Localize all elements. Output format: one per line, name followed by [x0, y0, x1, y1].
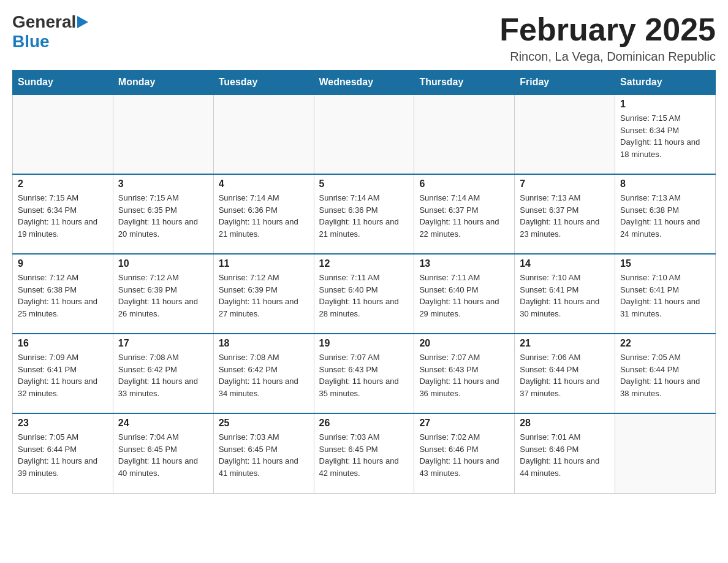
calendar-cell-1-2: 4Sunrise: 7:14 AMSunset: 6:36 PMDaylight…: [213, 174, 314, 254]
day-info: Sunrise: 7:13 AMSunset: 6:38 PMDaylight:…: [620, 192, 710, 240]
title-section: February 2025 Rincon, La Vega, Dominican…: [499, 12, 716, 64]
calendar-cell-3-3: 19Sunrise: 7:07 AMSunset: 6:43 PMDayligh…: [314, 334, 414, 413]
day-number: 9: [18, 258, 108, 269]
calendar-cell-1-0: 2Sunrise: 7:15 AMSunset: 6:34 PMDaylight…: [13, 174, 113, 254]
day-info: Sunrise: 7:14 AMSunset: 6:36 PMDaylight:…: [219, 192, 309, 240]
calendar-cell-2-2: 11Sunrise: 7:12 AMSunset: 6:39 PMDayligh…: [213, 254, 314, 334]
calendar-cell-0-2: [213, 94, 314, 174]
header-friday: Friday: [515, 71, 615, 95]
day-info: Sunrise: 7:01 AMSunset: 6:46 PMDaylight:…: [520, 431, 610, 479]
header-wednesday: Wednesday: [314, 71, 414, 95]
header-thursday: Thursday: [414, 71, 515, 95]
header-saturday: Saturday: [615, 71, 716, 95]
calendar-cell-0-1: [113, 94, 213, 174]
day-info: Sunrise: 7:03 AMSunset: 6:45 PMDaylight:…: [219, 431, 309, 479]
day-number: 22: [620, 338, 710, 349]
logo-arrow-icon: [77, 16, 88, 28]
calendar-cell-2-5: 14Sunrise: 7:10 AMSunset: 6:41 PMDayligh…: [515, 254, 615, 334]
day-number: 7: [520, 178, 610, 190]
week-row-2: 2Sunrise: 7:15 AMSunset: 6:34 PMDaylight…: [13, 174, 716, 254]
day-number: 12: [319, 258, 409, 269]
calendar-cell-4-1: 24Sunrise: 7:04 AMSunset: 6:45 PMDayligh…: [113, 413, 213, 493]
day-number: 19: [319, 338, 409, 349]
calendar-cell-1-6: 8Sunrise: 7:13 AMSunset: 6:38 PMDaylight…: [615, 174, 716, 254]
calendar-header: SundayMondayTuesdayWednesdayThursdayFrid…: [13, 71, 716, 95]
day-number: 4: [219, 178, 309, 190]
page-header: General Blue February 2025 Rincon, La Ve…: [12, 12, 716, 64]
calendar-cell-3-0: 16Sunrise: 7:09 AMSunset: 6:41 PMDayligh…: [13, 334, 113, 413]
day-info: Sunrise: 7:10 AMSunset: 6:41 PMDaylight:…: [520, 272, 610, 320]
day-number: 11: [219, 258, 309, 269]
day-info: Sunrise: 7:12 AMSunset: 6:39 PMDaylight:…: [118, 272, 208, 320]
day-info: Sunrise: 7:15 AMSunset: 6:34 PMDaylight:…: [620, 112, 710, 160]
calendar-cell-0-6: 1Sunrise: 7:15 AMSunset: 6:34 PMDaylight…: [615, 94, 716, 174]
calendar-cell-2-3: 12Sunrise: 7:11 AMSunset: 6:40 PMDayligh…: [314, 254, 414, 334]
week-row-4: 16Sunrise: 7:09 AMSunset: 6:41 PMDayligh…: [13, 334, 716, 413]
calendar-table: SundayMondayTuesdayWednesdayThursdayFrid…: [12, 70, 716, 494]
calendar-cell-3-1: 17Sunrise: 7:08 AMSunset: 6:42 PMDayligh…: [113, 334, 213, 413]
subtitle: Rincon, La Vega, Dominican Republic: [499, 50, 716, 64]
day-info: Sunrise: 7:08 AMSunset: 6:42 PMDaylight:…: [219, 351, 309, 399]
header-tuesday: Tuesday: [213, 71, 314, 95]
calendar-cell-3-2: 18Sunrise: 7:08 AMSunset: 6:42 PMDayligh…: [213, 334, 314, 413]
logo-blue-text: Blue: [12, 32, 50, 52]
week-row-1: 1Sunrise: 7:15 AMSunset: 6:34 PMDaylight…: [13, 94, 716, 174]
calendar-cell-4-6: [615, 413, 716, 493]
day-number: 27: [419, 418, 509, 429]
day-number: 6: [419, 178, 509, 190]
day-info: Sunrise: 7:11 AMSunset: 6:40 PMDaylight:…: [419, 272, 509, 320]
day-info: Sunrise: 7:12 AMSunset: 6:38 PMDaylight:…: [18, 272, 108, 320]
logo-general-text: General: [12, 12, 76, 32]
day-number: 15: [620, 258, 710, 269]
day-info: Sunrise: 7:05 AMSunset: 6:44 PMDaylight:…: [620, 351, 710, 399]
day-info: Sunrise: 7:14 AMSunset: 6:36 PMDaylight:…: [319, 192, 409, 240]
calendar-cell-0-0: [13, 94, 113, 174]
day-info: Sunrise: 7:13 AMSunset: 6:37 PMDaylight:…: [520, 192, 610, 240]
calendar-cell-2-1: 10Sunrise: 7:12 AMSunset: 6:39 PMDayligh…: [113, 254, 213, 334]
calendar-cell-0-5: [515, 94, 615, 174]
calendar-cell-3-6: 22Sunrise: 7:05 AMSunset: 6:44 PMDayligh…: [615, 334, 716, 413]
calendar-cell-4-4: 27Sunrise: 7:02 AMSunset: 6:46 PMDayligh…: [414, 413, 515, 493]
calendar-cell-2-6: 15Sunrise: 7:10 AMSunset: 6:41 PMDayligh…: [615, 254, 716, 334]
day-number: 16: [18, 338, 108, 349]
calendar-body: 1Sunrise: 7:15 AMSunset: 6:34 PMDaylight…: [13, 94, 716, 493]
week-row-5: 23Sunrise: 7:05 AMSunset: 6:44 PMDayligh…: [13, 413, 716, 493]
day-info: Sunrise: 7:09 AMSunset: 6:41 PMDaylight:…: [18, 351, 108, 399]
calendar-cell-1-5: 7Sunrise: 7:13 AMSunset: 6:37 PMDaylight…: [515, 174, 615, 254]
main-title: February 2025: [499, 12, 716, 47]
day-number: 1: [620, 99, 710, 110]
calendar-header-row: SundayMondayTuesdayWednesdayThursdayFrid…: [13, 71, 716, 95]
calendar-cell-2-4: 13Sunrise: 7:11 AMSunset: 6:40 PMDayligh…: [414, 254, 515, 334]
day-info: Sunrise: 7:12 AMSunset: 6:39 PMDaylight:…: [219, 272, 309, 320]
day-number: 18: [219, 338, 309, 349]
calendar-cell-3-4: 20Sunrise: 7:07 AMSunset: 6:43 PMDayligh…: [414, 334, 515, 413]
day-info: Sunrise: 7:08 AMSunset: 6:42 PMDaylight:…: [118, 351, 208, 399]
logo: General Blue: [12, 12, 88, 52]
calendar-cell-4-2: 25Sunrise: 7:03 AMSunset: 6:45 PMDayligh…: [213, 413, 314, 493]
day-number: 23: [18, 418, 108, 429]
day-info: Sunrise: 7:10 AMSunset: 6:41 PMDaylight:…: [620, 272, 710, 320]
day-info: Sunrise: 7:11 AMSunset: 6:40 PMDaylight:…: [319, 272, 409, 320]
day-number: 3: [118, 178, 208, 190]
day-info: Sunrise: 7:14 AMSunset: 6:37 PMDaylight:…: [419, 192, 509, 240]
calendar-cell-1-1: 3Sunrise: 7:15 AMSunset: 6:35 PMDaylight…: [113, 174, 213, 254]
calendar-cell-1-4: 6Sunrise: 7:14 AMSunset: 6:37 PMDaylight…: [414, 174, 515, 254]
day-info: Sunrise: 7:15 AMSunset: 6:34 PMDaylight:…: [18, 192, 108, 240]
day-number: 24: [118, 418, 208, 429]
day-info: Sunrise: 7:07 AMSunset: 6:43 PMDaylight:…: [319, 351, 409, 399]
day-number: 25: [219, 418, 309, 429]
header-monday: Monday: [113, 71, 213, 95]
day-info: Sunrise: 7:06 AMSunset: 6:44 PMDaylight:…: [520, 351, 610, 399]
calendar-cell-4-3: 26Sunrise: 7:03 AMSunset: 6:45 PMDayligh…: [314, 413, 414, 493]
day-info: Sunrise: 7:03 AMSunset: 6:45 PMDaylight:…: [319, 431, 409, 479]
calendar-cell-1-3: 5Sunrise: 7:14 AMSunset: 6:36 PMDaylight…: [314, 174, 414, 254]
day-number: 10: [118, 258, 208, 269]
header-sunday: Sunday: [13, 71, 113, 95]
day-number: 5: [319, 178, 409, 190]
day-number: 17: [118, 338, 208, 349]
day-number: 20: [419, 338, 509, 349]
day-number: 2: [18, 178, 108, 190]
day-number: 13: [419, 258, 509, 269]
day-info: Sunrise: 7:02 AMSunset: 6:46 PMDaylight:…: [419, 431, 509, 479]
day-info: Sunrise: 7:05 AMSunset: 6:44 PMDaylight:…: [18, 431, 108, 479]
